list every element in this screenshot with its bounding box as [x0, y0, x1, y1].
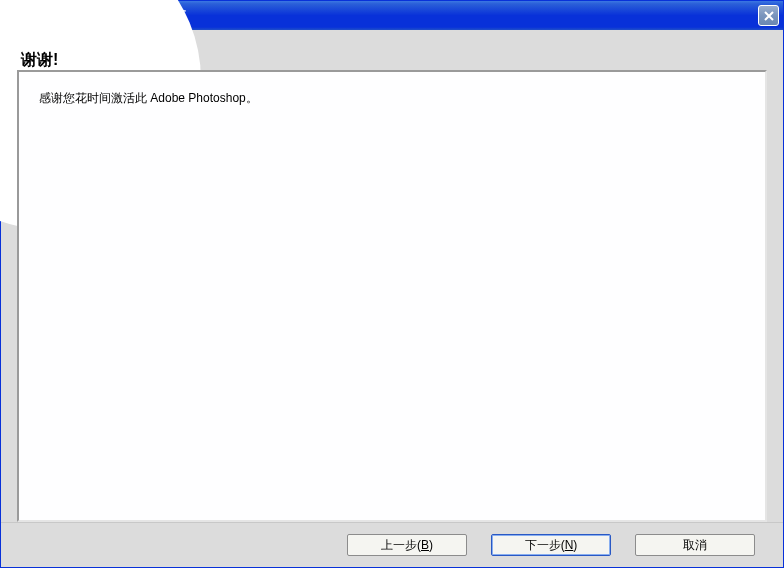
back-button[interactable]: 上一步(B)	[347, 534, 467, 556]
client-area: 谢谢! 感谢您花时间激活此 Adobe Photoshop。 上一步(B) 下一…	[1, 30, 783, 567]
content-frame: 感谢您花时间激活此 Adobe Photoshop。	[17, 70, 767, 522]
button-bar: 上一步(B) 下一步(N) 取消	[1, 522, 783, 567]
close-icon	[764, 11, 774, 21]
next-button[interactable]: 下一步(N)	[491, 534, 611, 556]
page-title: 谢谢!	[21, 50, 58, 71]
titlebar-buttons	[758, 5, 779, 26]
installer-window: Adobe Photoshop 安装程序 谢谢! 感谢您花时间激活此 Adobe…	[0, 0, 784, 568]
cancel-button[interactable]: 取消	[635, 534, 755, 556]
header-strip: 谢谢!	[1, 30, 783, 70]
content-wrap: 感谢您花时间激活此 Adobe Photoshop。	[1, 70, 783, 522]
close-button[interactable]	[758, 5, 779, 26]
thank-you-message: 感谢您花时间激活此 Adobe Photoshop。	[39, 90, 745, 107]
